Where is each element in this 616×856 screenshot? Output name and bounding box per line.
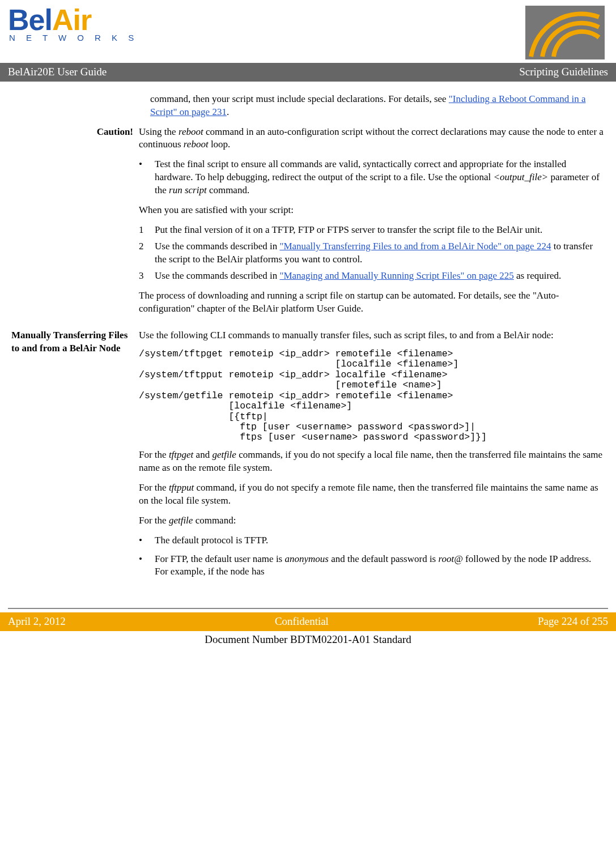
cli-intro: Use the following CLI commands to manual… <box>139 329 605 342</box>
bullet-ftp-defaults: • For FTP, the default user name is anon… <box>139 553 605 579</box>
bullet-test-script: • Test the final script to ensure all co… <box>139 158 605 197</box>
step-2: 2 Use the commands described in "Manuall… <box>139 240 605 266</box>
brand-logo: BelAir N E T W O R K S <box>8 6 138 44</box>
bullet-default-protocol: • The default protocol is TFTP. <box>139 534 605 547</box>
decorative-arc-icon <box>525 6 605 59</box>
doc-title: BelAir20E User Guide <box>8 65 107 79</box>
link-managing-scripts[interactable]: "Managing and Manually Running Script Fi… <box>279 270 513 281</box>
intro-paragraph: command, then your script must include s… <box>150 93 605 119</box>
footer-rule <box>8 608 608 609</box>
link-transfer-files[interactable]: "Manually Transferring Files to and from… <box>279 241 551 252</box>
step-3: 3 Use the commands described in "Managin… <box>139 270 605 283</box>
auto-config-text: The process of downloading and running a… <box>139 289 605 316</box>
brand-subtext: N E T W O R K S <box>9 32 138 44</box>
section-title: Scripting Guidelines <box>519 65 608 79</box>
title-bar: BelAir20E User Guide Scripting Guideline… <box>0 63 616 82</box>
footer-page: Page 224 of 255 <box>538 614 608 629</box>
footer-date: April 2, 2012 <box>8 614 66 629</box>
tftpput-note: For the tftpput command, if you do not s… <box>139 482 605 508</box>
tftpget-note: For the tftpget and getfile commands, if… <box>139 449 605 475</box>
section-heading: Manually Transferring Files to and from … <box>11 329 139 586</box>
caution-text: Using the reboot command in an auto-conf… <box>139 126 605 152</box>
footer-confidential: Confidential <box>275 614 329 629</box>
satisfied-text: When you are satisfied with your script: <box>139 204 605 217</box>
step-1: 1 Put the final version of it on a TFTP,… <box>139 224 605 237</box>
cli-code-block: /system/tftpget remoteip <ip_addr> remot… <box>139 349 605 443</box>
page-header: BelAir N E T W O R K S <box>0 0 616 59</box>
getfile-note: For the getfile command: <box>139 514 605 527</box>
document-number: Document Number BDTM02201-A01 Standard <box>0 632 616 647</box>
footer-bar: April 2, 2012 Confidential Page 224 of 2… <box>0 612 616 631</box>
caution-label: Caution! <box>11 126 139 322</box>
